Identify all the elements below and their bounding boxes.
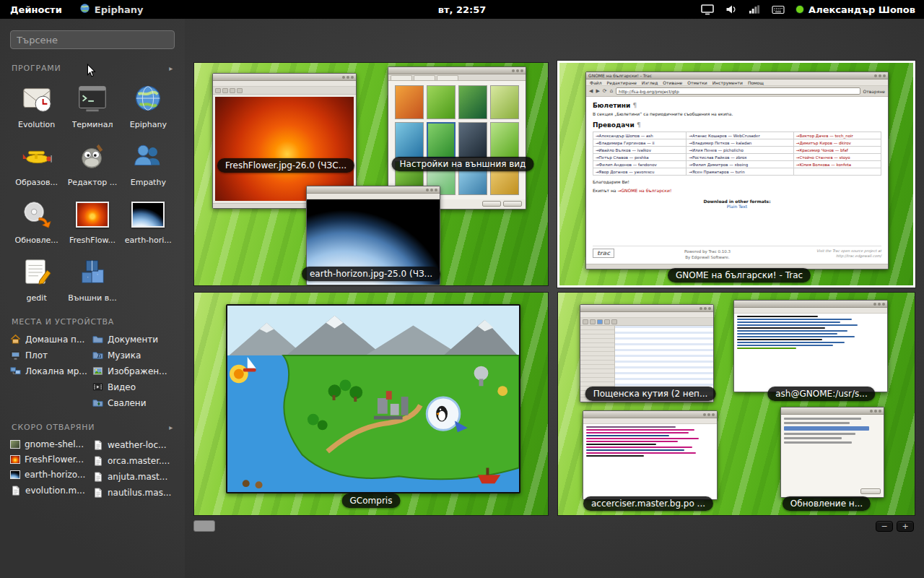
settings-tabs — [388, 74, 526, 81]
menu-edit[interactable]: Редактиране — [607, 80, 637, 85]
window-software-update[interactable] — [780, 407, 884, 498]
menu-view[interactable]: Изглед — [642, 80, 658, 85]
music-folder-icon — [92, 350, 103, 361]
recent-item[interactable]: nautilus.mas... — [92, 487, 175, 498]
thanks-line: Благодарим Ви! — [593, 179, 881, 184]
app-external-volumes[interactable]: Външни в... — [66, 254, 118, 303]
recent-label: nautilus.mas... — [108, 488, 171, 498]
place-downloads[interactable]: Свалени — [92, 397, 175, 408]
home-icon[interactable]: ⌂ — [610, 89, 613, 94]
plain-text-link[interactable]: Plain Text — [727, 204, 747, 209]
place-label: Домашна п... — [25, 335, 84, 345]
recent-item[interactable]: anjuta.mast... — [92, 471, 175, 482]
app-indicator[interactable]: Epiphany — [72, 0, 151, 19]
app-label: Epiphany — [130, 120, 167, 129]
recent-title: СКОРО ОТВАРЯНИ — [12, 423, 95, 432]
mini-menubar — [583, 418, 717, 424]
place-desktop[interactable]: Плот — [10, 350, 92, 361]
back-icon[interactable]: ◀ — [589, 89, 593, 94]
menu-go[interactable]: Отиване — [663, 80, 682, 85]
network-icon — [10, 366, 21, 376]
place-label: Музика — [108, 350, 141, 361]
recent-item[interactable]: evolution.m... — [10, 485, 92, 496]
volume-icon[interactable] — [725, 4, 737, 14]
window-label: Настройки на външния вид — [392, 157, 534, 171]
app-epiphany[interactable]: Epiphany — [122, 80, 175, 129]
recent-item[interactable]: FreshFlower... — [10, 454, 92, 465]
trac-footer: trac Powered by Trac 0.10.3By Edgewall S… — [593, 246, 881, 261]
remove-workspace-button[interactable]: − — [876, 521, 893, 532]
place-local-network[interactable]: Локална мр... — [10, 366, 92, 376]
mini-menubar — [213, 81, 356, 87]
recent-item[interactable]: gnome-shel... — [10, 439, 92, 449]
window-label: ash@GNOME:/usr/s... — [767, 387, 875, 401]
place-videos[interactable]: Видео — [92, 381, 175, 392]
text-file-icon — [92, 487, 103, 498]
app-software-update[interactable]: Обновле... — [10, 196, 63, 245]
url-field[interactable]: http://fsa-bg.org/project/gtp — [616, 87, 860, 95]
recent-item[interactable]: weather-loc... — [92, 439, 175, 450]
window-terminal[interactable] — [733, 300, 888, 392]
search-input[interactable] — [10, 30, 175, 49]
mini-titlebar — [734, 301, 887, 308]
programs-expand-icon[interactable]: ▸ — [169, 64, 173, 72]
user-menu[interactable]: Александър Шопов — [796, 4, 915, 15]
recent-item[interactable]: earth-horizo... — [10, 470, 92, 480]
network-signal-icon[interactable] — [749, 4, 760, 14]
app-earth-file[interactable]: earth-hori... — [122, 196, 175, 245]
mini-titlebar — [583, 411, 717, 418]
add-workspace-button[interactable]: + — [897, 521, 914, 532]
terminal-icon — [74, 80, 111, 118]
team-link[interactable]: →GNOME на български! — [617, 188, 671, 193]
app-label: Редактор ... — [68, 178, 118, 187]
translators-table: →Александър Шопов — ash→Атанас Кошарев —… — [593, 131, 881, 176]
window-gcompris[interactable] — [226, 304, 520, 493]
forward-icon[interactable]: ▶ — [596, 89, 599, 94]
app-evolution[interactable]: Evolution — [10, 80, 63, 129]
app-label: Evolution — [18, 120, 55, 129]
display-icon[interactable] — [701, 4, 714, 15]
workspace-indicator[interactable] — [193, 520, 215, 532]
app-terminal[interactable]: Терминал — [66, 80, 118, 129]
gcompris-icon — [18, 138, 56, 176]
go-button[interactable]: Отваряне — [863, 89, 885, 94]
app-gedit[interactable]: gedit — [10, 254, 63, 303]
menu-file[interactable]: Файл — [590, 80, 602, 85]
workspace-3[interactable]: GCompris — [193, 292, 549, 516]
app-gcompris[interactable]: Образов... — [10, 138, 63, 187]
trac-visit-note: Visit the Trac open source project at ht… — [801, 249, 881, 259]
places-title: МЕСТА И УСТРОЙСТВА — [12, 317, 114, 327]
workspace-1[interactable]: FreshFlower.jpg-26.0 (ЧЗС... Настройки н… — [193, 62, 549, 286]
menu-bookmarks[interactable]: Отметки — [687, 80, 707, 85]
menu-tools[interactable]: Инструменти — [712, 80, 743, 85]
recent-item[interactable]: orca.master.... — [92, 455, 175, 466]
place-pictures[interactable]: Изображен... — [92, 366, 175, 376]
recent-expand-icon[interactable]: ▸ — [169, 423, 173, 431]
place-music[interactable]: Музика — [92, 350, 175, 361]
app-gimp[interactable]: Редактор ... — [66, 138, 118, 187]
app-freshflower-file[interactable]: FreshFlow... — [66, 196, 118, 245]
place-home[interactable]: Домашна п... — [10, 334, 92, 345]
clock[interactable]: вт, 22:57 — [438, 4, 487, 15]
activities-button[interactable]: Дейности — [0, 0, 72, 19]
keyboard-icon[interactable] — [772, 5, 785, 14]
menu-help[interactable]: Помощ — [748, 80, 764, 85]
window-gedit-po[interactable] — [583, 410, 718, 500]
app-label: Образов... — [15, 178, 58, 187]
page-paragraph: В секция „Бюлетини“ са периодичните съоб… — [593, 111, 881, 116]
place-documents[interactable]: Документи — [92, 334, 175, 345]
text-file-icon — [10, 485, 21, 496]
flower-thumbnail-icon — [10, 455, 20, 464]
app-label: earth-hori... — [125, 236, 172, 245]
workspace-4[interactable]: Пощенска кутия (2 неп... ash@GNOME:/usr/… — [557, 292, 915, 516]
window-epiphany-trac[interactable]: GNOME на български! - Trac Файл Редактир… — [585, 72, 889, 269]
app-empathy[interactable]: Empathy — [122, 138, 175, 187]
window-label: GCompris — [342, 493, 401, 508]
pictures-icon — [92, 366, 103, 376]
reload-icon[interactable]: ⟳ — [603, 89, 607, 94]
mini-titlebar — [580, 305, 713, 312]
workspace-2-active[interactable]: GNOME на български! - Trac Файл Редактир… — [557, 61, 915, 288]
user-name: Александър Шопов — [808, 4, 915, 15]
trac-logo: trac — [593, 249, 614, 258]
download-formats: Download in other formats: Plain Text — [593, 199, 881, 209]
